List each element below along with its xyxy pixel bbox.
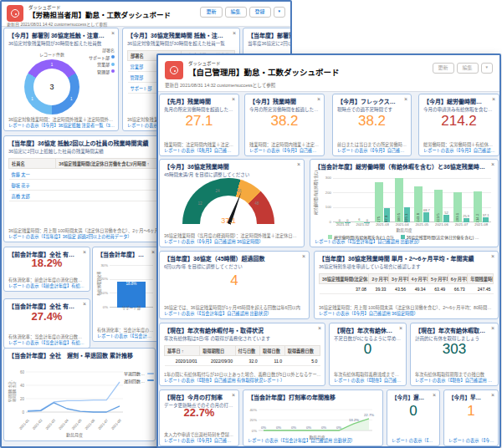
expand-icon[interactable]: × [491,392,494,398]
late-early-line-chart[interactable]: 02040602021-012021-022021-032021-042021-… [8,359,133,441]
expand-icon[interactable]: × [297,161,300,167]
gauge-tick-label: 36 [237,189,241,193]
expand-icon[interactable]: × [491,161,494,167]
report-link[interactable]: レポートの表示（【当会計年度】自己確認用 出勤状況） [248,437,379,443]
expand-icon[interactable]: × [399,325,402,331]
more-actions-button[interactable]: ▼ [481,63,493,74]
column-header[interactable]: 2ヶ月平均 [369,274,389,284]
report-link[interactable]: レポートの表示（【当会計年度】有給休暇） [97,333,155,339]
report-link[interactable]: レポートの表示（【先月】自己確認用 出勤状況） [164,147,235,153]
bar: 105.1 [404,207,410,222]
report-link[interactable]: レポートの表示（【今月】自己確認用 出勤状況） [423,147,495,153]
expand-icon[interactable]: × [151,249,155,255]
bar: 243.8 [414,186,423,222]
donut-chart[interactable]: 3111 [24,59,79,115]
report-link[interactable]: レポートの表示（【今月… [392,437,436,443]
card-title: 【今月】総労働時間（有給休… [423,97,494,105]
bar: 223.5 [434,190,443,222]
card-title: 【当年度】36協定（45時間）超過回数 [164,254,305,262]
overtime-gauge-chart[interactable]: 37.112243648 [182,178,274,227]
expand-icon[interactable]: × [318,325,321,331]
card-flex-balance: 【今月】フレックス過不足時… × 現時点での過不足時間です 38.2 前日または… [332,94,412,156]
edit-button[interactable]: 編集 [225,7,247,18]
expand-icon[interactable]: × [492,96,495,102]
expand-icon[interactable]: × [83,301,86,307]
card-36-gauge: 【今月】36協定残業時間 × 45時間未満/月 を目標に調整してください 37.… [159,159,305,247]
bar: 275 [375,182,383,222]
report-link[interactable]: レポートの表示（【今月… [448,437,494,443]
legend-swatch-icon [111,63,115,66]
column-header[interactable]: 社員名 [9,159,56,169]
column-header[interactable]: 付与日数 [235,346,260,356]
y-tick-label: 0% [103,305,108,309]
bar: 97.9 [384,208,390,222]
expand-icon[interactable]: × [83,249,86,255]
report-link[interactable]: レポートの表示（【今月】自己確認用 36協定時間） [319,310,494,316]
expand-icon[interactable]: × [232,392,235,398]
edit-button[interactable]: 編集 [457,63,479,74]
card-subtitle: 45時間未満/月 を目標に調整してください [164,171,300,178]
column-header[interactable]: 基準日 ↑ [165,346,200,356]
expand-icon[interactable]: × [302,253,305,259]
report-link[interactable]: レポートの表示（【当会計年度】有給休暇消化） [8,339,86,345]
card-subtitle: 今月の申請済み有給休暇を含む労働時… [423,106,494,113]
report-link[interactable]: レポートの表示（【前会計年度】有給休暇消化） [8,283,86,288]
y-axis-label: 総労働時間(有給休暇を含む)… [313,167,318,215]
svg-text:2021-03: 2021-03 [44,418,56,430]
vacation-table[interactable]: 基準日 ↑取得期限日付与日数取得日数取得義務日数2020/10/012022/0… [164,345,320,366]
average-table[interactable]: 36協定残業時間(法定休日労働を含む) ↑2ヶ月平均3ヶ月平均4ヶ月平均5ヶ月平… [319,273,494,294]
report-link[interactable]: レポートの表示（【現在】自己確認用 有休取得） [334,377,402,383]
expand-icon[interactable]: × [233,30,236,36]
column-header[interactable]: 6ヶ月平均 [448,274,468,284]
expand-icon[interactable]: × [232,96,235,102]
report-link[interactable]: レポートの表示（【現在】自己確認用 有休取得） [415,377,494,383]
svg-text:0%: 0% [321,425,326,430]
record-link[interactable]: 高橋 太郎 [9,191,56,201]
expand-icon[interactable]: × [404,96,407,102]
expand-icon[interactable]: × [317,96,320,102]
report-link[interactable]: レポートの表示（【今月】36協定抵触 注意者一覧（30時間以上）） [8,122,115,128]
card-footnote: 前日または当日までの所定労働時間に対する過不足 [337,141,407,147]
column-header[interactable]: 5ヶ月平均 [428,274,448,284]
bar [336,222,344,223]
column-header[interactable]: 36協定残業時間(法定休日労働を含む) ↑ [320,274,369,284]
report-link[interactable]: レポートの表示（【今月】自己確認用 出勤状況） [164,437,235,443]
card-subtitle: 36協定特別条項を申請している場合に確認します [319,263,494,270]
card-title: 【当年度】36協定残業時間 単月・2～6ヶ月平均・年間実績 [319,254,494,262]
card-title: 【今月】36協定残業時間 抵触・注意者一覧 [127,31,235,39]
svg-text:20: 20 [20,397,25,401]
report-link[interactable]: レポートの表示（【今月】自己確認用 出勤状況） [249,147,320,153]
more-actions-button[interactable]: ▼ [274,7,285,18]
column-header[interactable]: 取得期限日 [200,346,235,356]
column-header[interactable]: 取得日数 [260,346,285,356]
column-header[interactable]: 年間残業時間 [468,274,494,284]
expand-icon[interactable]: × [111,30,115,36]
x-tick-label: サポート部 [110,305,153,310]
column-header[interactable]: 4ヶ月平均 [408,274,428,284]
expand-icon[interactable]: × [491,253,494,259]
record-link[interactable]: 御坂 花子 [9,180,56,191]
legend-item: 管理部 [97,69,115,74]
report-link[interactable]: レポートの表示（【今月】自己確認用 フレックス） [337,147,407,153]
svg-text:2021-01: 2021-01 [18,418,30,430]
report-link[interactable]: レポートの表示（【当会計年度】自己確認用 出勤状況） [315,238,494,244]
expand-icon[interactable]: × [433,392,436,398]
subscribe-button[interactable]: 登録 [249,7,271,18]
table-cell: 43.56 [388,284,408,294]
expand-icon[interactable]: × [491,325,494,331]
dept-vacation-bar-chart[interactable]: 0%10%20%30%18.8%サポート部 [110,261,153,308]
refresh-button[interactable]: 更新 [433,63,454,74]
report-link[interactable]: レポートの表示（【当会計年度】自己確認用 出勤状況） [164,310,305,316]
refresh-button[interactable]: 更新 [200,7,222,18]
annual-bar-chart[interactable]: 0100200300006027597.9300.5105.1243.868.7… [333,176,491,222]
metric-value: 1 [444,404,498,418]
record-link[interactable]: 佐藤 太一 [9,169,56,180]
x-tick-label: 2021-06 [432,222,452,227]
x-tick-label: 2021-07 [452,222,472,227]
column-header[interactable]: 取得義務日数 [284,346,320,356]
y-tick-label: 10% [100,291,108,295]
bar: 214.2 [474,191,482,222]
report-link[interactable]: レポートの表示（【現在】自己確認用 有休取得状況レポート） [164,377,321,383]
column-header[interactable]: 3ヶ月平均 [388,274,408,284]
report-link[interactable]: レポートの表示（【今月】自己確認用 36協定時間） [164,238,300,244]
